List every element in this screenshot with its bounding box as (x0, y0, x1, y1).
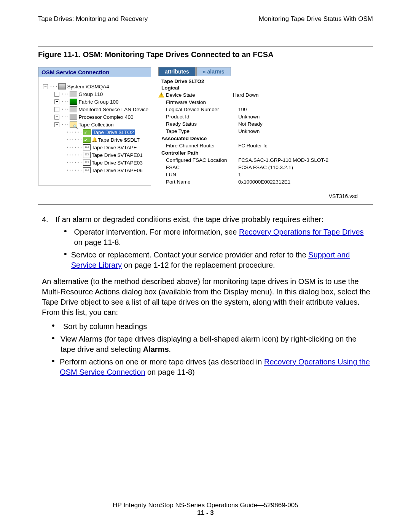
text: on page 1-12 for the replacement procedu… (122, 261, 275, 269)
text: Perform actions on one or more tape driv… (60, 358, 264, 366)
attr-value: 0x100000E0022312E1 (238, 179, 373, 185)
osm-attr-panel: attributes » alarms Tape Drive $LTO2 Log… (155, 67, 373, 185)
tree-drive-vtape01[interactable]: ······ Tape Drive $VTAPE01 (41, 151, 148, 159)
figure-box: OSM Service Connection − ··· System \OSM… (38, 63, 373, 205)
tree-label: Tape Drive $VTAPE03 (92, 160, 143, 166)
attr-ready-status: Ready Status Not Ready (158, 120, 373, 128)
tab-attributes[interactable]: attributes (158, 67, 196, 76)
attr-label: LUN (166, 172, 238, 177)
attr-label: Firmware Version (166, 99, 238, 105)
text: Operator intervention. For more informat… (74, 228, 239, 236)
bullet-icon: • (52, 321, 63, 332)
tree-label: Fabric Group 100 (78, 99, 118, 105)
footer-page-number: 11 - 3 (0, 509, 411, 517)
tape-collection-icon (70, 121, 77, 128)
expand-icon[interactable]: + (54, 107, 59, 112)
header-right: Monitoring Tape Drive Status With OSM (259, 15, 373, 23)
attr-section-ctrl: Controller Path (158, 149, 373, 157)
tree-label: Tape Collection (78, 122, 113, 128)
text: . (169, 345, 171, 353)
alt-paragraph: An alternative (to the method described … (38, 276, 373, 318)
tree-lan[interactable]: + ··· Monitored Service LAN Device (41, 105, 148, 113)
tape-icon (83, 160, 91, 166)
bullet-view-alarms: • View Alarms (for tape drives displayin… (52, 334, 373, 355)
tape-alarm-icon (83, 137, 91, 143)
text: on page 11-8. (74, 238, 121, 246)
tree-label: Tape Drive $VTAPE06 (92, 168, 143, 173)
bullet-perform-actions: • Perform actions on one or more tape dr… (52, 357, 373, 377)
attr-value: FC Router fc (238, 143, 373, 149)
tree-label: Group 110 (78, 91, 103, 97)
tree-drive-vtape03[interactable]: ······ Tape Drive $VTAPE03 (41, 159, 148, 166)
tape-alarm-icon (83, 129, 91, 135)
attr-title: Tape Drive $LTO2 (158, 78, 373, 84)
bullet-text: Sort by column headings (63, 321, 147, 332)
attr-label: Logical Device Number (166, 107, 238, 112)
attr-label: Tape Type (166, 128, 238, 134)
attr-device-state: Device State Hard Down (158, 91, 373, 99)
list-number: 4. (38, 214, 56, 225)
expand-icon[interactable]: + (54, 99, 59, 104)
tree-group[interactable]: + ··· Group 110 (41, 90, 148, 98)
tape-icon (83, 167, 91, 173)
attr-value: Unknown (238, 114, 373, 120)
tree-label: Processor Complex 400 (78, 114, 133, 120)
attr-fcr: Fibre Channel Router FC Router fc (158, 142, 373, 149)
attr-value: 1 (238, 172, 373, 177)
tree-drive-vtape[interactable]: ······ Tape Drive $VTAPE (41, 144, 148, 151)
bold-text: Alarms (143, 345, 169, 353)
text: on page 11-8) (145, 368, 195, 376)
attr-port: Port Name 0x100000E0022312E1 (158, 178, 373, 185)
footer-line: HP Integrity NonStop NS-Series Operation… (0, 502, 411, 509)
collapse-icon[interactable]: − (54, 122, 59, 127)
attr-lun: LUN 1 (158, 171, 373, 178)
header-left: Tape Drives: Monitoring and Recovery (38, 15, 148, 23)
attr-label: Device State (166, 92, 233, 98)
figure-source-label: VST316.vsd (38, 185, 373, 199)
tape-icon (83, 152, 91, 158)
tree-proc[interactable]: + ··· Processor Complex 400 (41, 113, 148, 121)
attr-ldn: Logical Device Number 199 (158, 106, 373, 113)
attr-value: Not Ready (238, 121, 373, 127)
attr-section-logical: Logical (158, 84, 373, 91)
tree-label-selected: Tape Drive $LTO2 (92, 129, 135, 135)
tree-system[interactable]: − ··· System \OSMQA4 (41, 83, 148, 90)
attr-firmware: Firmware Version (158, 99, 373, 106)
processor-icon (70, 114, 77, 120)
tree-collection[interactable]: − ··· Tape Collection (41, 121, 148, 128)
bullet-operator-intervention: • Operator intervention. For more inform… (64, 227, 373, 248)
tree-label: Tape Drive $VTAPE (92, 145, 137, 150)
expand-icon[interactable]: + (54, 115, 59, 120)
tab-alarms[interactable]: » alarms (196, 67, 231, 76)
bullet-icon: • (64, 250, 71, 270)
attr-product-id: Product Id Unknown (158, 113, 373, 120)
tree-fabric[interactable]: + ··· Fabric Group 100 (41, 98, 148, 105)
lan-icon (70, 106, 77, 112)
tree-drive-vtape06[interactable]: ······ Tape Drive $VTAPE06 (41, 166, 148, 174)
bullet-service-replacement: • Service or replacement. Contact your s… (64, 250, 373, 270)
bullet-icon: • (52, 334, 61, 355)
figure-title: Figure 11-1. OSM: Monitoring Tape Drives… (38, 46, 373, 63)
osm-tree-panel: OSM Service Connection − ··· System \OSM… (38, 67, 151, 185)
attr-value: Unknown (238, 128, 373, 134)
bullet-text: Perform actions on one or more tape driv… (60, 357, 373, 377)
bullet-text: Service or replacement. Contact your ser… (71, 250, 373, 270)
attr-label: Configured FSAC Location (166, 157, 238, 163)
link-recovery-ops-tape[interactable]: Recovery Operations for Tape Drives (239, 228, 364, 236)
bullet-icon: • (64, 227, 74, 248)
attr-label: FSAC (166, 165, 238, 170)
text: View Alarms (for tape drives displaying … (61, 335, 357, 353)
expand-icon[interactable]: + (54, 92, 59, 97)
attr-value: 199 (238, 107, 373, 112)
fabric-icon (70, 99, 77, 105)
bullet-sort: • Sort by column headings (52, 321, 373, 332)
list-item-4: 4. If an alarm or degraded conditions ex… (38, 214, 373, 225)
collapse-icon[interactable]: − (43, 84, 48, 89)
attr-label: Product Id (166, 114, 238, 120)
tape-icon (83, 144, 91, 150)
tree-drive-lto2[interactable]: ······ Tape Drive $LTO2 (41, 128, 148, 136)
attr-value: Hard Down (233, 92, 373, 98)
tree-drive-sdlt[interactable]: ······ 🔔 Tape Drive $SDLT (41, 136, 148, 144)
attr-label: Ready Status (166, 121, 238, 127)
attr-label: Fibre Channel Router (166, 143, 238, 149)
